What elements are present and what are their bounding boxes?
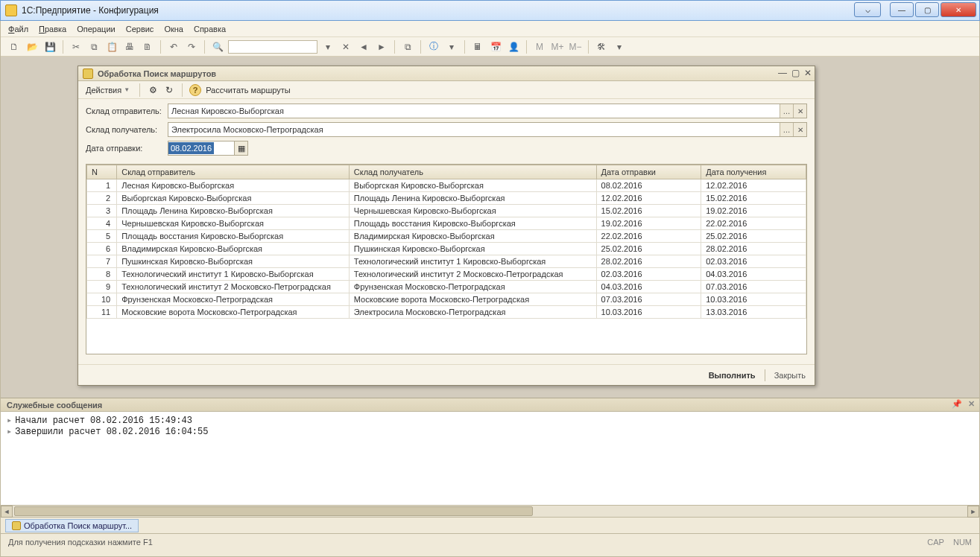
col-send-date[interactable]: Дата отправки xyxy=(596,165,701,179)
calculate-routes-button[interactable]: Рассчитать маршруты xyxy=(206,86,291,95)
scroll-thumb[interactable] xyxy=(14,506,533,516)
minimize-button[interactable]: — xyxy=(890,2,914,17)
menu-file[interactable]: Файл xyxy=(8,25,28,34)
col-n[interactable]: N xyxy=(87,165,117,179)
date-input[interactable]: 08.02.2016 xyxy=(168,141,235,156)
clear-icon[interactable]: ✕ xyxy=(793,123,806,136)
sender-input[interactable]: Лесная Кировско-Выборгская … ✕ xyxy=(168,104,807,118)
tools-icon[interactable]: 🛠 xyxy=(594,39,609,54)
menu-windows[interactable]: Окна xyxy=(164,25,183,34)
table-row[interactable]: 9Технологический институт 2 Московско-Пе… xyxy=(87,281,806,293)
cell-recv-date: 22.02.2016 xyxy=(701,217,806,230)
cell-sender: Технологический институт 1 Кировско-Выбо… xyxy=(117,268,350,281)
paste-icon[interactable]: 📋 xyxy=(104,39,119,54)
receiver-input[interactable]: Электросила Московско-Петроградская … ✕ xyxy=(168,122,807,137)
close-dialog-button[interactable]: Закрыть xyxy=(774,371,806,380)
table-row[interactable]: 2Выборгская Кировско-ВыборгскаяПлощадь Л… xyxy=(87,192,806,205)
m-plus-icon[interactable]: M+ xyxy=(550,39,565,54)
dialog-minimize-icon[interactable]: — xyxy=(778,68,787,78)
table-row[interactable]: 6Владимирская Кировско-ВыборгскаяПушкинс… xyxy=(87,243,806,255)
window-title: 1С:Предприятие - Конфигурация xyxy=(22,5,159,16)
redo-icon[interactable]: ↷ xyxy=(184,39,199,54)
maximize-button[interactable]: ▢ xyxy=(915,2,939,17)
dialog-close-icon[interactable]: ✕ xyxy=(804,68,812,78)
table-row[interactable]: 5Площадь восстания Кировско-ВыборгскаяВл… xyxy=(87,230,806,243)
cell-send-date: 08.02.2016 xyxy=(596,179,701,192)
tools-dd-icon[interactable]: ▾ xyxy=(612,39,627,54)
messages-body[interactable]: ▸Начали расчет 08.02.2016 15:49:43 ▸Заве… xyxy=(1,412,979,505)
form-area: Склад отправитель: Лесная Кировско-Выбор… xyxy=(78,99,815,164)
cell-send-date: 02.03.2016 xyxy=(596,268,701,281)
col-recv-date[interactable]: Дата получения xyxy=(701,165,806,179)
messages-close-icon[interactable]: ✕ xyxy=(968,399,975,409)
search-dd-icon[interactable]: ▾ xyxy=(320,39,335,54)
messages-pin-icon[interactable]: 📌 xyxy=(952,399,962,409)
search-input[interactable] xyxy=(228,40,317,54)
actions-dropdown[interactable]: Действия▼ xyxy=(83,84,133,96)
info-dd-icon[interactable]: ▾ xyxy=(444,39,459,54)
cell-sender: Московские ворота Московско-Петроградска… xyxy=(117,306,350,319)
cell-recv-date: 25.02.2016 xyxy=(701,230,806,243)
settings-icon[interactable]: ⚙ xyxy=(147,84,159,96)
dropdown-frame-button[interactable]: ⌵ xyxy=(854,2,881,17)
table-row[interactable]: 8Технологический институт 1 Кировско-Выб… xyxy=(87,268,806,281)
select-icon[interactable]: … xyxy=(780,104,793,118)
cell-send-date: 04.03.2016 xyxy=(596,281,701,293)
cell-sender: Технологический институт 2 Московско-Пет… xyxy=(117,281,350,293)
table-row[interactable]: 4Чернышевская Кировско-ВыборгскаяПлощадь… xyxy=(87,217,806,230)
dialog-titlebar[interactable]: Обработка Поиск маршрутов — ▢ ✕ xyxy=(78,66,815,81)
preview-icon[interactable]: 🗎 xyxy=(140,39,155,54)
next-icon[interactable]: ► xyxy=(374,39,389,54)
table-row[interactable]: 7Пушкинская Кировско-ВыборгскаяТехнологи… xyxy=(87,255,806,268)
cut-icon[interactable]: ✂ xyxy=(69,39,83,54)
refresh-icon[interactable]: ↻ xyxy=(163,84,175,96)
scroll-right-icon[interactable]: ► xyxy=(967,506,979,518)
user-icon[interactable]: 👤 xyxy=(506,39,521,54)
info-icon[interactable]: ⓘ xyxy=(426,39,441,54)
open-icon[interactable]: 📂 xyxy=(25,39,39,54)
execute-button[interactable]: Выполнить xyxy=(709,371,756,380)
menu-help[interactable]: Справка xyxy=(194,25,226,34)
cell-recv-date: 19.02.2016 xyxy=(701,205,806,217)
m-minus-icon[interactable]: M− xyxy=(568,39,583,54)
window-tab[interactable]: Обработка Поиск маршрут... xyxy=(5,519,139,532)
table-row[interactable]: 1Лесная Кировско-ВыборгскаяВыборгская Ки… xyxy=(87,179,806,192)
select-icon[interactable]: … xyxy=(780,123,793,136)
workspace: Обработка Поиск маршрутов — ▢ ✕ Действия… xyxy=(1,57,979,398)
calendar-picker-icon[interactable]: ▦ xyxy=(235,141,248,156)
messages-panel: Служебные сообщения 📌 ✕ ▸Начали расчет 0… xyxy=(1,398,979,517)
messages-hscroll[interactable]: ◄ ► xyxy=(1,505,979,517)
clear-search-icon[interactable]: ✕ xyxy=(338,39,353,54)
close-button[interactable]: ✕ xyxy=(941,2,976,17)
cell-n: 10 xyxy=(87,293,117,306)
table-row[interactable]: 10Фрунзенская Московско-ПетроградскаяМос… xyxy=(87,293,806,306)
cell-recv-date: 04.03.2016 xyxy=(701,268,806,281)
print-icon[interactable]: 🖶 xyxy=(122,39,137,54)
table-row[interactable]: 3Площадь Ленина Кировско-ВыборгскаяЧерны… xyxy=(87,205,806,217)
copy-icon[interactable]: ⧉ xyxy=(86,39,101,54)
menu-edit[interactable]: Правка xyxy=(39,25,66,34)
prev-icon[interactable]: ◄ xyxy=(356,39,371,54)
scroll-left-icon[interactable]: ◄ xyxy=(1,506,13,518)
menu-service[interactable]: Сервис xyxy=(126,25,154,34)
window-tab-bar: Обработка Поиск маршрут... xyxy=(1,517,979,533)
main-toolbar: 🗋 📂 💾 ✂ ⧉ 📋 🖶 🗎 ↶ ↷ 🔍 ▾ ✕ ◄ ► ⧉ ⓘ ▾ 🖩 📅 … xyxy=(1,37,979,57)
copy2-icon[interactable]: ⧉ xyxy=(400,39,415,54)
routes-grid[interactable]: N Склад отправитель Склад получатель Дат… xyxy=(86,164,807,354)
statusbar: Для получения подсказки нажмите F1 CAP N… xyxy=(1,533,979,550)
col-receiver[interactable]: Склад получатель xyxy=(349,165,596,179)
dialog-maximize-icon[interactable]: ▢ xyxy=(791,68,800,78)
m-icon[interactable]: M xyxy=(532,39,547,54)
clear-icon[interactable]: ✕ xyxy=(793,104,806,118)
search-icon[interactable]: 🔍 xyxy=(210,39,225,54)
new-icon[interactable]: 🗋 xyxy=(7,39,22,54)
cell-recv-date: 12.02.2016 xyxy=(701,179,806,192)
help-icon[interactable]: ? xyxy=(189,84,201,96)
save-icon[interactable]: 💾 xyxy=(42,39,57,54)
menu-operations[interactable]: Операции xyxy=(77,25,115,34)
undo-icon[interactable]: ↶ xyxy=(166,39,181,54)
calendar-icon[interactable]: 📅 xyxy=(488,39,503,54)
calc-icon[interactable]: 🖩 xyxy=(470,39,485,54)
table-row[interactable]: 11Московские ворота Московско-Петроградс… xyxy=(87,306,806,319)
col-sender[interactable]: Склад отправитель xyxy=(117,165,350,179)
